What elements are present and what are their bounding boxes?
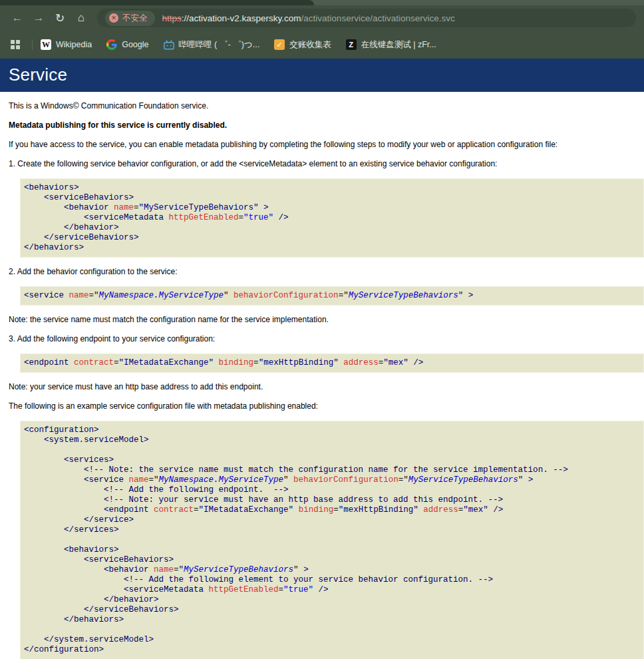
bookmark-label: Google — [122, 40, 148, 49]
access-instructions: If you have access to the service, you c… — [9, 140, 644, 150]
url-host: ://activation-v2.kaspersky.com — [182, 13, 301, 23]
active-tab[interactable] — [0, 0, 314, 5]
forward-icon[interactable]: → — [28, 8, 49, 28]
form-check-icon: ✓ — [274, 39, 285, 50]
step-3-text: 3. Add the following endpoint to your se… — [9, 334, 644, 344]
bookmark-label: 哔哩哔哩 ( ゜- ゜)つ... — [179, 39, 260, 51]
home-icon[interactable]: ⌂ — [71, 8, 92, 28]
bookmark-bilibili[interactable]: 哔哩哔哩 ( ゜- ゜)つ... — [164, 39, 260, 51]
bookmark-wikipedia[interactable]: W Wikipedia — [41, 39, 92, 50]
wikipedia-icon: W — [41, 39, 51, 50]
back-icon[interactable]: ← — [7, 8, 28, 28]
note-http-base: Note: your service must have an http bas… — [9, 382, 644, 392]
note-service-name: Note: the service name must match the co… — [9, 315, 644, 325]
bookmarks-divider — [32, 39, 33, 50]
bookmark-label: 交账收集表 — [289, 39, 331, 51]
bookmark-form[interactable]: ✓ 交账收集表 — [274, 39, 331, 51]
url-scheme: https — [162, 13, 182, 23]
code-block-example-config: <configuration> <system.serviceModel> <s… — [20, 421, 644, 659]
intro-text: This is a Windows© Communication Foundat… — [9, 101, 644, 111]
url-path: /activationservice/activationservice.svc — [301, 13, 455, 23]
bookmark-keyboard-test[interactable]: Z 在线键盘测试 | zFr... — [346, 39, 436, 51]
z-icon: Z — [346, 39, 357, 50]
bookmark-google[interactable]: Google — [106, 39, 148, 50]
not-secure-badge[interactable]: ✕ 不安全 — [105, 11, 155, 26]
reload-icon[interactable]: ↻ — [49, 8, 71, 28]
not-secure-icon: ✕ — [109, 13, 118, 23]
not-secure-label: 不安全 — [122, 13, 148, 24]
bookmark-label: Wikipedia — [56, 40, 92, 49]
bilibili-icon — [164, 39, 174, 50]
code-block-endpoint: <endpoint contract="IMetadataExchange" b… — [20, 353, 644, 373]
browser-toolbar: ← → ↻ ⌂ ✕ 不安全 https://activation-v2.kasp… — [0, 5, 644, 31]
url-text: https://activation-v2.kaspersky.com/acti… — [162, 13, 455, 23]
page-title: Service — [0, 59, 644, 92]
google-icon — [106, 39, 117, 50]
page-body: Service This is a Windows© Communication… — [0, 59, 644, 659]
page-content: This is a Windows© Communication Foundat… — [0, 92, 644, 659]
address-bar[interactable]: ✕ 不安全 https://activation-v2.kaspersky.co… — [97, 9, 636, 27]
bookmarks-bar: W Wikipedia Google 哔哩哔哩 ( ゜- ゜)つ... ✓ 交 — [0, 31, 644, 59]
step-2-text: 2. Add the behavior configuration to the… — [9, 267, 644, 277]
apps-grid-icon[interactable] — [11, 40, 20, 49]
step-1-text: 1. Create the following service behavior… — [9, 159, 644, 169]
metadata-disabled-notice: Metadata publishing for this service is … — [9, 120, 644, 130]
example-intro-text: The following is an example service conf… — [9, 401, 644, 411]
tab-strip — [0, 0, 644, 5]
code-block-service: <service name="MyNamespace.MyServiceType… — [20, 286, 644, 306]
code-block-behaviors: <behaviors> <serviceBehaviors> <behavior… — [20, 178, 644, 258]
bookmark-label: 在线键盘测试 | zFr... — [361, 39, 436, 51]
